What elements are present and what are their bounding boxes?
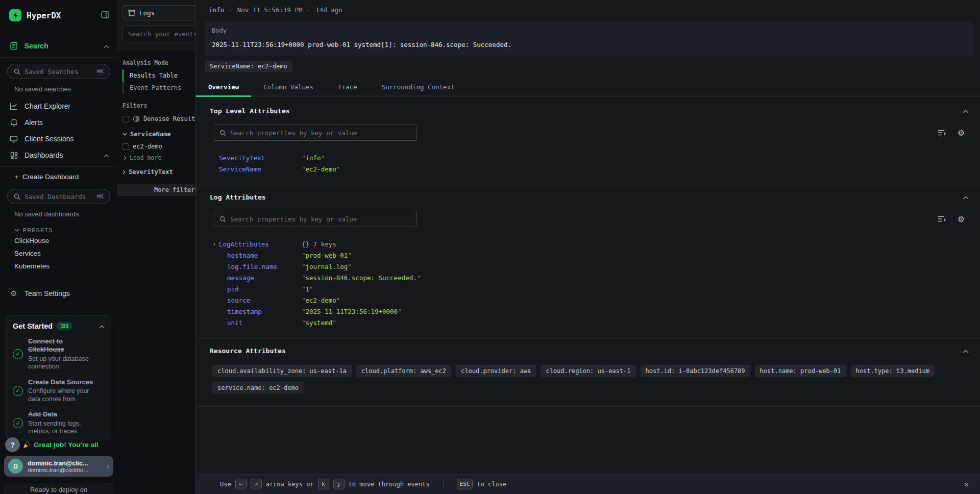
resource-chip[interactable]: host.name: prod-web-01	[755, 365, 846, 377]
user-email: dominic.tran@clickho...	[28, 467, 88, 473]
resource-chip[interactable]: cloud.availability_zone: us-east-1a	[212, 365, 352, 377]
resource-chip[interactable]: cloud.region: us-east-1	[541, 365, 635, 377]
attribute-key[interactable]: unit	[227, 319, 302, 327]
chevron-up-icon[interactable]	[963, 193, 969, 201]
filter-group-label: ServiceName	[130, 131, 170, 138]
user-name: dominic.tran@clic...	[28, 460, 88, 467]
attribute-row[interactable]: message session-846.scope: Succeeded.	[196, 272, 980, 283]
resource-chip[interactable]: cloud.platform: aws_ec2	[356, 365, 451, 377]
preset-kubernetes[interactable]: Kubernetes	[0, 260, 117, 273]
servicename-tag[interactable]: ServiceName: ec2-demo	[205, 61, 292, 72]
sidebar-item-team-settings[interactable]: ⚙ Team Settings	[0, 285, 117, 302]
deploy-note-card[interactable]: Ready to deploy on	[4, 483, 113, 494]
attribute-key[interactable]: hostname	[227, 252, 302, 259]
property-search-input[interactable]	[230, 215, 411, 223]
filters-header: Logs	[117, 0, 195, 51]
collapse-sidebar-icon[interactable]	[101, 11, 109, 20]
attribute-value[interactable]: 1	[302, 285, 313, 293]
attribute-value[interactable]: prod-web-01	[302, 252, 352, 259]
attribute-value[interactable]: 2025-11-11T23:56:19+0000	[302, 308, 402, 315]
attribute-value[interactable]: ec2-demo	[302, 297, 340, 304]
user-menu[interactable]: D dominic.tran@clic... dominic.tran@clic…	[4, 456, 113, 477]
chevron-up-icon[interactable]	[99, 323, 105, 330]
ec2-demo-checkbox[interactable]	[122, 143, 129, 150]
resource-chip[interactable]: host.id: i-0abc123def456789	[641, 365, 750, 377]
event-relative-time: 14d ago	[315, 6, 342, 14]
get-started-item-sources[interactable]: ✓ Create Data Sources Configure where yo…	[13, 378, 105, 404]
chevron-up-icon[interactable]	[963, 347, 969, 355]
sidebar-item-dashboards[interactable]: Dashboards	[0, 147, 117, 163]
attribute-key[interactable]: message	[227, 274, 302, 282]
attribute-row[interactable]: log.file.name journal.log	[196, 261, 980, 272]
attribute-row[interactable]: ServiceName ec2-demo	[196, 163, 980, 175]
resource-chip[interactable]: cloud.provider: aws	[456, 365, 536, 377]
attribute-key[interactable]: ServiceName	[219, 165, 302, 173]
sidebar-item-alerts[interactable]: Alerts	[0, 114, 117, 131]
create-dashboard-button[interactable]: + Create Dashboard	[0, 167, 117, 183]
dot-separator: ·	[307, 6, 311, 14]
preset-clickhouse[interactable]: ClickHouse	[0, 234, 117, 247]
tab-overview[interactable]: Overview	[196, 78, 251, 97]
attribute-row[interactable]: hostname prod-web-01	[196, 250, 980, 261]
attribute-tree-root[interactable]: ▾ LogAttributes {} 7 keys	[196, 238, 980, 250]
tree-caret-icon[interactable]: ▾	[213, 241, 219, 247]
property-search-input[interactable]	[230, 129, 411, 137]
denoise-checkbox[interactable]	[122, 116, 129, 122]
source-select-button[interactable]: Logs	[122, 5, 195, 20]
sidebar-item-search[interactable]: Search	[0, 38, 117, 54]
presets-toggle[interactable]: PRESETS	[0, 220, 117, 234]
help-button[interactable]: ?	[5, 437, 20, 452]
section-title: Log Attributes	[210, 193, 266, 201]
attribute-row[interactable]: pid 1	[196, 283, 980, 294]
sidebar-item-chart-explorer[interactable]: Chart Explorer	[0, 98, 117, 114]
chevron-up-icon[interactable]	[104, 152, 109, 159]
mode-results-table[interactable]: Results Table	[122, 69, 195, 82]
event-search-input[interactable]	[128, 26, 195, 42]
attribute-key[interactable]: log.file.name	[227, 263, 302, 270]
filter-lines-icon[interactable]	[938, 215, 946, 223]
filter-group-severitytext[interactable]: SeverityText	[117, 163, 195, 178]
body-label: Body	[212, 27, 966, 34]
more-filters-button[interactable]: More filters	[117, 184, 195, 196]
preset-services[interactable]: Services	[0, 247, 117, 260]
attribute-key[interactable]: pid	[227, 285, 302, 293]
load-more-button[interactable]: Load more	[117, 153, 195, 163]
attribute-value[interactable]: systemd	[302, 319, 336, 327]
filter-lines-icon[interactable]	[938, 129, 946, 136]
attribute-row[interactable]: SeverityText info	[196, 152, 980, 163]
attribute-value[interactable]: session-846.scope: Succeeded.	[302, 274, 421, 282]
get-started-item-connect[interactable]: ✓ Connect to ClickHouse Set up your data…	[13, 337, 105, 371]
sidebar-item-client-sessions[interactable]: Client Sessions	[0, 131, 117, 147]
attribute-value[interactable]: ec2-demo	[302, 165, 340, 173]
keys-count-badge: {} 7 keys	[302, 240, 336, 248]
tab-column-values[interactable]: Column Values	[251, 78, 326, 97]
attribute-row[interactable]: unit systemd	[196, 317, 980, 328]
attribute-row[interactable]: source ec2-demo	[196, 294, 980, 306]
presets-label: PRESETS	[23, 227, 53, 233]
attribute-key[interactable]: source	[227, 297, 302, 304]
attribute-row[interactable]: timestamp 2025-11-11T23:56:19+0000	[196, 306, 980, 317]
attribute-key[interactable]: timestamp	[227, 308, 302, 315]
resource-chip[interactable]: service.name: ec2-demo	[212, 382, 304, 394]
resource-attributes-section: Resource Attributes cloud.availability_z…	[196, 339, 980, 407]
settings-gear-icon[interactable]: ⚙	[958, 214, 965, 224]
close-icon[interactable]: ✕	[964, 480, 969, 489]
resource-chip[interactable]: host.type: t3.medium	[851, 365, 935, 377]
tab-surrounding-context[interactable]: Surrounding Context	[370, 78, 467, 97]
attribute-value[interactable]: info	[302, 154, 325, 162]
chevron-up-icon[interactable]	[104, 42, 109, 50]
settings-gear-icon[interactable]: ⚙	[958, 128, 965, 138]
get-started-item-add-data[interactable]: ✓ Add Data Start sending logs, metrics, …	[13, 410, 105, 436]
saved-dashboards-input[interactable]: Saved Dashboards ⌘K	[7, 189, 110, 204]
filter-group-servicename[interactable]: ServiceName	[117, 126, 195, 140]
attribute-key[interactable]: SeverityText	[219, 154, 302, 162]
attribute-value[interactable]: journal.log	[302, 263, 352, 270]
event-header: info · Nov 11 5:56:19 PM · 14d ago	[196, 0, 980, 19]
chevron-up-icon[interactable]	[963, 107, 969, 115]
mode-event-patterns[interactable]: Event Patterns	[122, 82, 195, 94]
tab-trace[interactable]: Trace	[326, 78, 370, 97]
attribute-key[interactable]: LogAttributes	[219, 240, 302, 248]
saved-searches-input[interactable]: Saved Searches ⌘K	[7, 64, 110, 79]
body-card: Body 2025-11-11T23:56:19+0000 prod-web-0…	[205, 21, 973, 56]
filters-label: Filters	[117, 94, 195, 112]
